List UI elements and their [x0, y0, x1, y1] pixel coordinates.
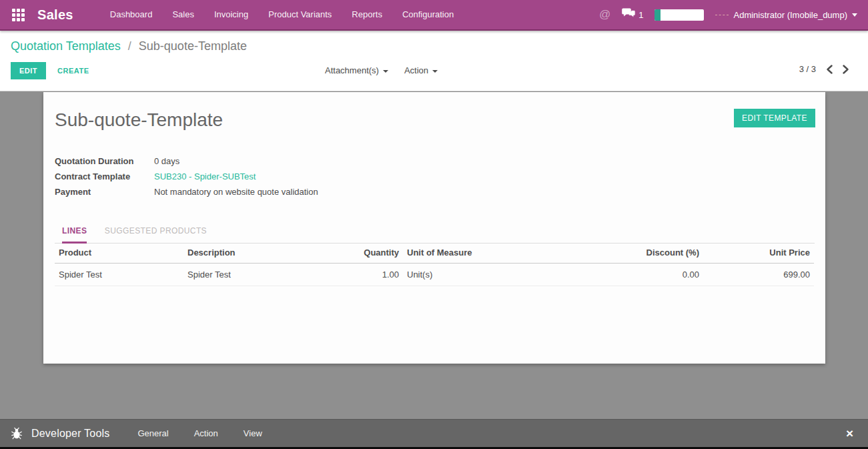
cell-product[interactable]: Spider Test: [55, 264, 183, 286]
chevron-right-icon: [843, 65, 849, 74]
systray: @ 1 Administrator (Imobile_dump): [599, 8, 868, 21]
menu-invoicing[interactable]: Invoicing: [204, 0, 258, 29]
control-panel-buttons: EDIT CREATE: [11, 62, 89, 79]
cell-description[interactable]: Spider Test: [183, 264, 310, 286]
control-panel: Quotation Templates / Sub-quote-Template…: [0, 31, 868, 91]
developer-tools-menu: General Action View: [137, 428, 262, 438]
cell-discount[interactable]: 0.00: [556, 264, 703, 286]
attachments-dropdown-label: Attachment(s): [325, 65, 379, 75]
user-menu[interactable]: Administrator (Imobile_dump): [715, 10, 857, 20]
app-title[interactable]: Sales: [37, 7, 73, 23]
column-quantity[interactable]: Quantity: [310, 242, 403, 264]
pager-value: 3 / 3: [799, 64, 816, 74]
apps-grid-icon[interactable]: [12, 9, 25, 21]
attachments-dropdown[interactable]: Attachment(s): [325, 65, 388, 75]
previous-page-button[interactable]: [826, 65, 833, 74]
field-quotation-duration: Quotation Duration 0 days: [55, 157, 318, 166]
chevron-left-icon: [826, 65, 833, 74]
field-contract-template: Contract Template SUB230 - Spider-SUBTes…: [55, 172, 318, 181]
field-value: 0 days: [154, 157, 179, 166]
column-unit-price[interactable]: Unit Price: [703, 242, 814, 264]
close-icon[interactable]: ×: [846, 427, 853, 440]
edit-button[interactable]: EDIT: [11, 62, 46, 79]
form-card: Sub-quote-Template EDIT TEMPLATE Quotati…: [43, 92, 825, 364]
action-dropdown[interactable]: Action: [404, 65, 438, 75]
chevron-down-icon: [852, 13, 857, 17]
column-discount[interactable]: Discount (%): [556, 242, 703, 264]
field-label: Payment: [55, 187, 154, 197]
avatar-placeholder: [715, 15, 729, 15]
field-value: Not mandatory on website quote validatio…: [154, 187, 318, 197]
timer-progress-fill: [655, 9, 661, 21]
caret-down-icon: [432, 70, 438, 73]
chat-bubbles-icon: [622, 8, 636, 21]
next-page-button[interactable]: [843, 65, 849, 74]
bug-icon: [11, 427, 23, 440]
devtools-menu-action[interactable]: Action: [194, 428, 218, 438]
menu-dashboard[interactable]: Dashboard: [100, 0, 163, 29]
cell-unit-of-measure[interactable]: Unit(s): [403, 264, 556, 286]
breadcrumb-separator: /: [124, 39, 135, 53]
top-navbar: Sales Dashboard Sales Invoicing Product …: [0, 0, 868, 31]
lines-table: Product Description Quantity Unit of Mea…: [55, 242, 814, 286]
cell-unit-price[interactable]: 699.00: [703, 264, 814, 286]
mention-icon[interactable]: @: [599, 8, 610, 21]
table-header-row: Product Description Quantity Unit of Mea…: [55, 242, 814, 264]
contract-template-link[interactable]: SUB230 - Spider-SUBTest: [154, 172, 256, 181]
timer-progress-widget[interactable]: [655, 9, 704, 21]
column-product[interactable]: Product: [55, 242, 183, 264]
message-count-badge: 1: [638, 10, 643, 20]
edit-template-button[interactable]: EDIT TEMPLATE: [734, 109, 815, 127]
main-menu: Dashboard Sales Invoicing Product Varian…: [100, 0, 464, 29]
breadcrumb: Quotation Templates / Sub-quote-Template: [11, 39, 247, 53]
content-area: Sub-quote-Template EDIT TEMPLATE Quotati…: [0, 92, 868, 419]
form-fields: Quotation Duration 0 days Contract Templ…: [55, 157, 318, 203]
menu-product-variants[interactable]: Product Variants: [258, 0, 342, 29]
breadcrumb-current: Sub-quote-Template: [139, 39, 247, 53]
record-title: Sub-quote-Template: [55, 109, 223, 131]
column-description[interactable]: Description: [183, 242, 310, 264]
create-button[interactable]: CREATE: [57, 67, 89, 75]
caret-down-icon: [383, 70, 388, 73]
breadcrumb-quotation-templates[interactable]: Quotation Templates: [11, 39, 121, 53]
user-name: Administrator (Imobile_dump): [733, 10, 847, 20]
field-payment: Payment Not mandatory on website quote v…: [55, 187, 318, 197]
devtools-menu-view[interactable]: View: [244, 428, 262, 438]
cell-quantity[interactable]: 1.00: [310, 264, 403, 286]
pager: 3 / 3: [799, 64, 849, 74]
field-label: Quotation Duration: [55, 157, 154, 166]
menu-reports[interactable]: Reports: [342, 0, 392, 29]
control-panel-dropdowns: Attachment(s) Action: [325, 65, 438, 75]
menu-configuration[interactable]: Configuration: [392, 0, 464, 29]
tab-suggested-products[interactable]: SUGGESTED PRODUCTS: [105, 226, 207, 242]
action-dropdown-label: Action: [404, 65, 428, 75]
table-row[interactable]: Spider Test Spider Test 1.00 Unit(s) 0.0…: [55, 264, 814, 286]
column-unit-of-measure[interactable]: Unit of Measure: [403, 242, 556, 264]
notebook-tabs: LINES SUGGESTED PRODUCTS: [55, 224, 815, 244]
devtools-menu-general[interactable]: General: [137, 428, 168, 438]
developer-tools-bar: Developer Tools General Action View ×: [0, 419, 868, 447]
messages-button[interactable]: 1: [622, 8, 643, 21]
field-label: Contract Template: [55, 172, 154, 181]
developer-tools-title: Developer Tools: [31, 428, 109, 440]
menu-sales[interactable]: Sales: [162, 0, 204, 29]
